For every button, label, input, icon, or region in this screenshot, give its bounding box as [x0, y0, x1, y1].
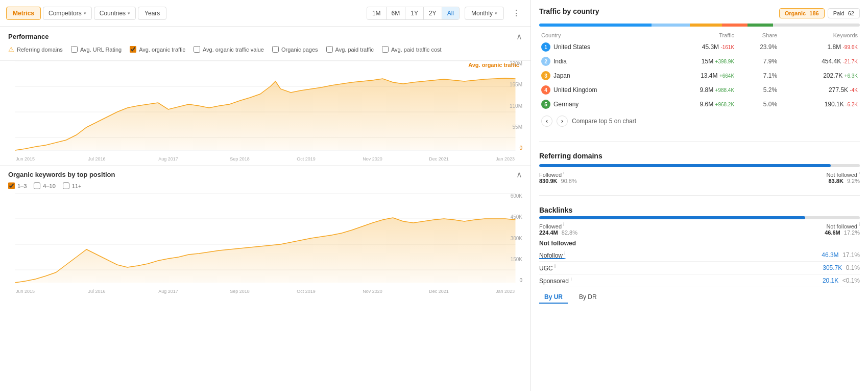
metric-url-rating[interactable]: Avg. URL Rating	[71, 46, 122, 53]
by-dr-button[interactable]: By DR	[574, 291, 602, 304]
metric-referring[interactable]: ⚠ Referring domains	[8, 45, 63, 53]
metric-paid-traffic[interactable]: Avg. paid traffic	[326, 46, 374, 53]
years-button[interactable]: Years	[138, 7, 166, 20]
table-row: 3Japan 13.4M +664K 7.1% 202.7K +6.3K	[539, 68, 860, 83]
color-bar-japan	[690, 24, 722, 27]
country-name-usa: 1United States	[541, 42, 657, 52]
competitors-dropdown[interactable]: Competitors ▾	[43, 7, 92, 20]
time-1y[interactable]: 1Y	[405, 7, 424, 19]
organic-keywords-collapse-button[interactable]: ∧	[516, 170, 522, 179]
svg-text:Oct 2019: Oct 2019	[297, 289, 316, 294]
organic-value-checkbox[interactable]	[194, 46, 200, 53]
traffic-title-row: Traffic by country Organic 186 Paid 62	[539, 7, 860, 19]
filter-4-10[interactable]: 4–10	[34, 182, 55, 189]
table-row: 5Germany 9.6M +968.2K 5.0% 190.1K -6.2K	[539, 97, 860, 111]
toolbar: Metrics Competitors ▾ Countries ▾ Years …	[0, 0, 531, 27]
col-share: Share	[736, 31, 779, 40]
organic-paid-badges: Organic 186 Paid 62	[779, 8, 860, 18]
backlinks-stats-row: Followed i 224.4M 82.8% Not followed i 4…	[539, 222, 860, 236]
referring-domains-section: Referring domains Followed i 830.9K 90.8…	[539, 152, 860, 185]
backlinks-section: Backlinks Followed i 224.4M 82.8% Not fo…	[539, 206, 860, 304]
svg-text:Nov 2020: Nov 2020	[363, 156, 382, 162]
color-bar-other	[773, 24, 860, 27]
metric-organic-pages[interactable]: Organic pages	[272, 46, 318, 53]
backlinks-progress-bar	[539, 216, 860, 219]
organic-keywords-header: Organic keywords by top position ∧	[8, 170, 522, 179]
not-followed-stats: Not followed i 83.8K 9.2%	[826, 170, 860, 184]
keywords-chart-svg: Jun 2015 Jul 2016 Aug 2017 Sep 2018 Oct …	[8, 193, 522, 295]
table-row: 4United Kingdom 9.8M +988.4K 5.2% 277.5K…	[539, 83, 860, 97]
not-followed-pct: 9.2%	[847, 178, 860, 184]
metrics-button[interactable]: Metrics	[6, 7, 41, 20]
monthly-dropdown[interactable]: Monthly ▾	[465, 7, 504, 20]
traffic-by-country-section: Traffic by country Organic 186 Paid 62	[539, 7, 860, 131]
time-2y[interactable]: 2Y	[424, 7, 442, 19]
followed-pct: 90.8%	[561, 178, 577, 184]
svg-text:Jul 2016: Jul 2016	[88, 289, 105, 294]
metric-organic-value[interactable]: Avg. organic traffic value	[194, 46, 264, 53]
compare-label: Compare top 5 on chart	[572, 118, 636, 125]
performance-collapse-button[interactable]: ∧	[516, 32, 522, 41]
time-range-group: 1M 6M 1Y 2Y All	[367, 7, 460, 20]
filter-11plus-checkbox[interactable]	[63, 182, 69, 189]
backlinks-followed-stats: Followed i 224.4M 82.8%	[539, 222, 577, 236]
backlinks-title: Backlinks	[539, 206, 572, 214]
backlinks-not-followed-label: Not followed i	[826, 223, 860, 229]
color-bar-uk	[722, 24, 748, 27]
nofollow-pct: 17.1%	[842, 251, 860, 259]
svg-text:Jun 2015: Jun 2015	[16, 289, 35, 294]
followed-label: Followed i	[539, 172, 564, 178]
svg-text:Nov 2020: Nov 2020	[363, 289, 382, 294]
not-followed-val: 83.8K	[829, 178, 843, 184]
country-name-japan: 3Japan	[541, 71, 657, 80]
performance-chart-area: Avg. organic traffic 220M 165M 110M 55M …	[0, 61, 531, 165]
col-traffic: Traffic	[659, 31, 736, 40]
organic-traffic-checkbox[interactable]	[130, 46, 136, 53]
sponsored-val: 20.1K	[823, 277, 838, 284]
paid-traffic-checkbox[interactable]	[326, 46, 333, 53]
svg-text:Sep 2018: Sep 2018	[230, 156, 250, 162]
nav-prev-button[interactable]: ‹	[541, 116, 552, 127]
col-country: Country	[539, 31, 659, 40]
nav-next-button[interactable]: ›	[557, 116, 568, 127]
competitors-chevron-icon: ▾	[84, 11, 86, 16]
followed-val: 830.9K	[539, 178, 557, 184]
ugc-label: UGC i	[539, 264, 556, 272]
paid-cost-checkbox[interactable]	[382, 46, 389, 53]
color-bar-usa	[539, 24, 652, 27]
metric-paid-cost[interactable]: Avg. paid traffic cost	[382, 46, 442, 53]
svg-text:Aug 2017: Aug 2017	[158, 156, 178, 162]
traffic-panel-title: Traffic by country	[539, 7, 599, 15]
ugc-pct: 0.1%	[846, 264, 860, 271]
col-keywords: Keywords	[779, 31, 860, 40]
by-ur-button[interactable]: By UR	[539, 291, 568, 304]
countries-dropdown[interactable]: Countries ▾	[94, 7, 136, 20]
url-rating-checkbox[interactable]	[71, 46, 78, 53]
country-table: Country Traffic Share Keywords 1United S…	[539, 31, 860, 111]
right-panel: Traffic by country Organic 186 Paid 62	[531, 0, 868, 391]
referring-stats-row: Followed i 830.9K 90.8% Not followed i 8…	[539, 170, 860, 184]
nofollow-row: Nofollow i 46.3M 17.1%	[539, 249, 860, 262]
metrics-row: ⚠ Referring domains Avg. URL Rating Avg.…	[8, 45, 522, 53]
time-1m[interactable]: 1M	[367, 7, 387, 19]
filter-4-10-checkbox[interactable]	[34, 182, 40, 189]
keywords-chart-area: 600K 450K 300K 150K 0 Jun	[0, 193, 531, 391]
time-6m[interactable]: 6M	[387, 7, 406, 19]
performance-section: Performance ∧ ⚠ Referring domains Avg. U…	[0, 27, 531, 61]
backlinks-not-followed-stats: Not followed i 46.6M 17.2%	[825, 222, 860, 236]
svg-text:Dec 2021: Dec 2021	[429, 289, 449, 294]
more-button[interactable]: ⋮	[508, 6, 524, 20]
not-followed-section-title: Not followed	[539, 240, 860, 247]
filter-1-3[interactable]: 1–3	[8, 182, 27, 189]
monthly-chevron-icon: ▾	[495, 11, 497, 16]
time-all[interactable]: All	[442, 7, 459, 19]
countries-chevron-icon: ▾	[128, 11, 130, 16]
metric-organic-traffic[interactable]: Avg. organic traffic	[130, 46, 185, 53]
followed-stats: Followed i 830.9K 90.8%	[539, 170, 577, 184]
backlinks-not-followed-val: 46.6M	[825, 229, 840, 236]
compare-row: ‹ › Compare top 5 on chart	[539, 111, 860, 131]
filter-1-3-checkbox[interactable]	[8, 182, 15, 189]
filter-11plus[interactable]: 11+	[63, 182, 82, 189]
organic-pages-checkbox[interactable]	[272, 46, 279, 53]
divider-1	[539, 141, 860, 142]
